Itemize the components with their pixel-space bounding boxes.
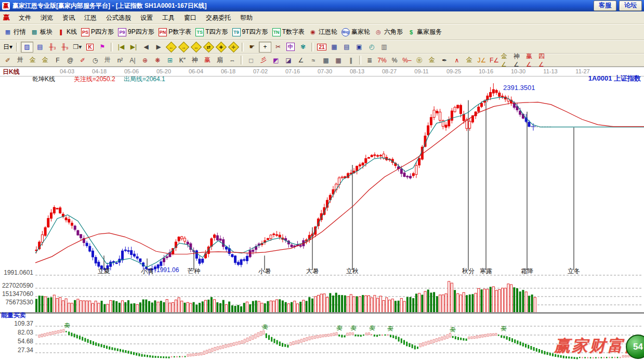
zoom-right-icon[interactable]: → (178, 42, 189, 52)
f-angle-icon[interactable]: F∠ (489, 55, 500, 65)
n-square-icon[interactable]: n² (114, 55, 126, 65)
grid-plain-icon[interactable]: 卅 (102, 55, 113, 65)
last-bar-icon[interactable]: ▶| (128, 42, 139, 52)
rays-box-icon[interactable]: ◩ (270, 55, 282, 65)
k-mark-icon[interactable]: K″ (177, 55, 188, 65)
wave-channel-icon[interactable]: ∧ (451, 55, 463, 65)
percent-icon[interactable]: % (389, 55, 400, 65)
save-icon[interactable]: ▣ (353, 42, 365, 52)
circle-target-icon[interactable]: ⊕ (139, 55, 151, 65)
export-icon[interactable]: ▥ (378, 42, 390, 52)
flag-pen-icon[interactable]: ✒ (439, 55, 450, 65)
dense-grid-icon[interactable]: ▦ (320, 55, 332, 65)
andrews-icon[interactable]: A| (127, 55, 138, 65)
menu-item-0[interactable]: 文件 (14, 14, 36, 21)
quotes-button[interactable]: ▦行情 (4, 28, 26, 36)
web-red-icon[interactable]: ❋ (152, 55, 163, 65)
web-grid-icon[interactable]: ⊞ (164, 55, 176, 65)
web-sync-icon[interactable]: ◴ (366, 42, 377, 52)
shen-angle-icon[interactable]: 神∠ (514, 55, 525, 65)
scale-bars-icon[interactable]: ≣ (364, 55, 375, 65)
kline-style-icon[interactable]: K (84, 42, 96, 52)
wave-lines-icon[interactable]: ≈ (308, 55, 319, 65)
p-square-button[interactable]: PSP四方形 (81, 28, 114, 36)
rays-box2-icon[interactable]: ◪ (283, 55, 294, 65)
bars-3-icon[interactable]: ╫₃ (47, 42, 58, 52)
pct7-icon[interactable]: 7% (376, 55, 388, 65)
pan-hand-icon[interactable]: ☛ (246, 42, 258, 52)
p9-square-button[interactable]: P99P四方形 (118, 28, 154, 36)
menu-item-7[interactable]: 窗口 (179, 14, 201, 21)
measure-icon[interactable]: ✂ (272, 42, 284, 52)
menu-item-2[interactable]: 资讯 (58, 14, 80, 21)
hollow-candle-icon[interactable]: ❒▾ (72, 42, 83, 52)
winner-service-button[interactable]: $赢家服务 (407, 28, 442, 36)
menu-item-5[interactable]: 设置 (136, 14, 157, 21)
kline-icon: ❚ (57, 28, 65, 36)
bars-9-icon[interactable]: ╫₉ (59, 42, 71, 52)
next-bar-icon[interactable]: ▶ (153, 42, 164, 52)
t-square-button[interactable]: TST四方形 (195, 28, 228, 36)
forum-button[interactable]: 论坛 (619, 1, 642, 11)
gold-angle-icon[interactable]: 金∠ (501, 55, 512, 65)
gold-underline-icon[interactable]: 金 (464, 55, 475, 65)
ying-angle-icon[interactable]: 赢∠ (526, 55, 537, 65)
percent-lines-icon[interactable]: %– (401, 55, 413, 65)
indicator-flag-icon[interactable]: ⚑ (97, 42, 108, 52)
gold-grid-icon[interactable]: 金 (27, 55, 38, 65)
menu-item-9[interactable]: 帮助 (235, 14, 257, 21)
prev-bar-icon[interactable]: ◀ (140, 42, 152, 52)
marker-pen-icon[interactable]: ✐ (77, 55, 88, 65)
box-tool-icon[interactable]: ◻ (245, 55, 257, 65)
gold-line-icon[interactable]: 金 (426, 55, 438, 65)
shen-grid-icon[interactable]: 神 (189, 55, 201, 65)
time-cycle-icon[interactable]: ◷ (89, 55, 101, 65)
spiral-icon[interactable]: @ (64, 55, 76, 65)
winner-wheel-button[interactable]: Big赢家轮 (341, 28, 370, 36)
gold-grid2-icon[interactable]: 金 (40, 55, 51, 65)
chart-canvas[interactable] (0, 76, 644, 360)
kline-button[interactable]: ❚K线 (57, 28, 77, 36)
dense-grid2-icon[interactable]: ▦ (333, 55, 344, 65)
zoom-left-icon[interactable]: ← (165, 42, 177, 52)
grid-lines-icon[interactable]: 卅 (15, 55, 26, 65)
gold-circle-icon[interactable]: ㊎ (414, 55, 425, 65)
trend-pen-icon[interactable]: ✐ (2, 55, 14, 65)
gann-box-icon[interactable]: 中 (285, 42, 296, 52)
expand-all-icon[interactable]: ✚ (215, 42, 227, 52)
span-arrows-icon[interactable]: ⇔ (227, 55, 238, 65)
compress-icon[interactable]: ⇄ (203, 42, 214, 52)
calculator-icon[interactable]: ▦ (328, 42, 340, 52)
zigzag-pattern-icon[interactable]: ▨ (21, 42, 33, 53)
first-bar-icon[interactable]: |◀ (115, 42, 127, 52)
sectors-button[interactable]: ▩板块 (30, 28, 52, 36)
p-number-button[interactable]: PNP数字表 (159, 28, 192, 36)
report-doc-icon[interactable]: ▤ (34, 42, 46, 52)
calendar-icon[interactable]: 21 (316, 42, 327, 52)
angle-lines-icon[interactable]: ∠ (295, 55, 307, 65)
ying-red-icon[interactable]: 赢 (202, 55, 213, 65)
si-angle-icon[interactable]: 四∠ (538, 55, 550, 65)
t9-square-button[interactable]: T99T四方形 (232, 28, 268, 36)
customer-service-button[interactable]: 客服 (594, 1, 616, 11)
menu-item-6[interactable]: 工具 (157, 14, 179, 21)
crosshair-icon[interactable]: + (259, 42, 271, 53)
menu-item-1[interactable]: 浏览 (36, 14, 58, 21)
candle-period-icon[interactable]: 日▾ (2, 42, 14, 52)
zoom-horizontal-icon[interactable]: ↔ (190, 42, 202, 52)
fib-grid-icon[interactable]: F (52, 55, 63, 65)
menu-item-8[interactable]: 交易委托 (201, 14, 235, 21)
fan-grid-icon[interactable]: 扇 (214, 55, 226, 65)
menu-item-4[interactable]: 公式选股 (101, 14, 136, 21)
chart-area[interactable] (0, 76, 644, 360)
parallel-lines-icon[interactable]: ∥ (345, 55, 357, 65)
rays-fan-icon[interactable]: 彡 (258, 55, 269, 65)
t-number-button[interactable]: TNT数字表 (272, 28, 305, 36)
gann-wheel-button[interactable]: ◉江恩轮 (309, 28, 337, 36)
hexagon-button[interactable]: ◎六角形 (374, 28, 403, 36)
menu-item-3[interactable]: 江恩 (80, 14, 101, 21)
fit-all-icon[interactable]: ✛ (228, 42, 239, 52)
j-angle-icon[interactable]: J∠ (476, 55, 488, 65)
notepad-icon[interactable]: ▤ (341, 42, 352, 52)
wave-tool-icon[interactable]: ✾ (297, 42, 309, 52)
